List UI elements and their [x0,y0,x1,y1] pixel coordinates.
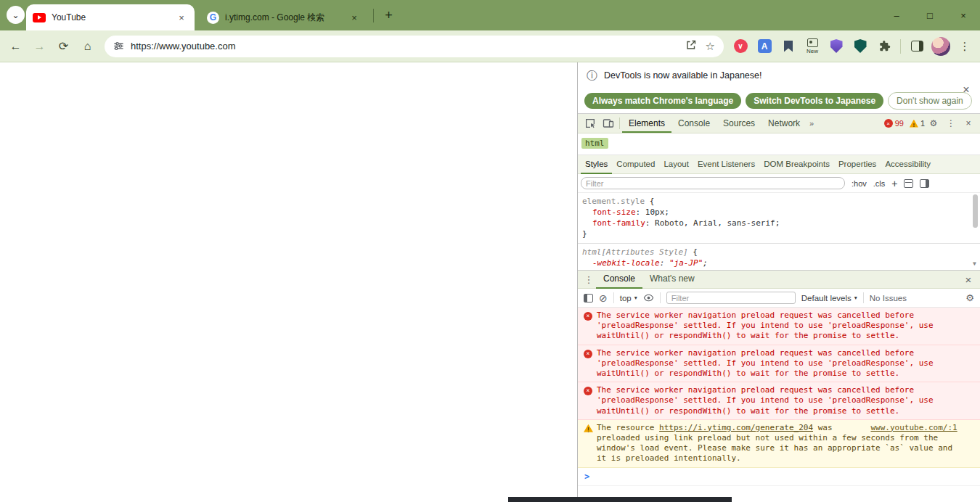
tab-youtube[interactable]: YouTube × [26,4,195,30]
devtools-tab-sources[interactable]: Sources [716,114,761,133]
levels-label: Default levels [801,294,852,303]
console-settings-icon[interactable]: ⚙ [965,292,974,303]
devtools-settings-icon[interactable]: ⚙ [925,115,942,132]
more-tabs-icon[interactable]: » [807,119,817,128]
pocket-extension-icon[interactable]: ∨ [730,33,751,59]
issues-counter[interactable]: No Issues [870,294,907,303]
new-feature-extension-icon[interactable]: New [801,33,823,59]
live-expression-eye-icon[interactable] [643,292,654,303]
css-property-value[interactable]: "ja-JP" [669,258,708,268]
switch-japanese-button[interactable]: Switch DevTools to Japanese [746,93,883,109]
error-count-badge[interactable]: 99 [884,119,904,128]
scrollbar-thumb[interactable] [973,194,978,228]
chevron-down-icon: ▾ [854,295,857,301]
forward-button[interactable]: → [28,35,51,57]
drawer-menu-icon[interactable]: ⋮ [581,274,596,285]
source-location-link[interactable]: www.youtube.com/:1 [870,423,957,433]
home-button[interactable]: ⌂ [76,35,99,57]
styles-filter-input[interactable] [581,177,845,189]
tab-accessibility[interactable]: Accessibility [881,155,935,174]
console-filter-input[interactable] [666,292,796,304]
clear-console-icon[interactable]: ⊘ [599,292,608,304]
extensions-menu-button[interactable] [873,33,895,59]
site-info-icon[interactable] [113,41,124,52]
infobar-message: DevTools is now available in Japanese! [604,70,762,81]
reload-button[interactable]: ⟳ [52,35,75,57]
styles-scrollbar[interactable]: ▼ [971,194,979,267]
infobar-close-icon[interactable]: × [959,83,973,97]
tab-close-icon[interactable]: × [175,11,188,24]
error-icon [584,312,592,321]
side-panel-button[interactable] [906,33,928,59]
element-state-icon[interactable] [904,179,913,188]
toggle-classes-button[interactable]: .cls [873,179,886,188]
issue-badges: 99 1 [884,119,925,128]
drawer-close-icon[interactable]: × [960,273,976,286]
style-rule[interactable]: html[Attributes Style] { -webkit-locale"… [582,247,968,268]
css-property-name[interactable]: font-size [592,207,645,217]
devtools-close-icon[interactable]: × [960,115,977,132]
tab-layout[interactable]: Layout [659,155,693,174]
url-text: https://www.youtube.com [131,41,685,52]
device-toolbar-icon[interactable] [599,115,617,133]
css-property-name[interactable]: font-family [592,218,655,228]
styles-sidebar-tabs: Styles Computed Layout Event Listeners D… [578,155,980,174]
brace: } [582,229,587,239]
execution-context-selector[interactable]: top ▾ [620,294,637,303]
tab-event-listeners[interactable]: Event Listeners [693,155,759,174]
devtools-tab-elements[interactable]: Elements [622,114,671,133]
inspect-element-icon[interactable] [581,115,599,133]
error-icon [884,119,893,128]
bookmark-star-icon[interactable]: ☆ [706,40,715,53]
pocket-icon: ∨ [734,39,748,53]
tab-computed[interactable]: Computed [612,155,659,174]
browser-toolbar: ← → ⟳ ⌂ https://www.youtube.com ☆ [0,30,980,62]
infobar-buttons: Always match Chrome's language Switch De… [578,89,980,113]
tab-search-button[interactable]: ⌄ [7,6,25,24]
tab-strip: ⌄ YouTube × G i.ytimg.com - Google 検索 × … [0,0,980,30]
new-tab-button[interactable]: + [380,7,398,25]
share-icon[interactable] [685,39,697,54]
tab-styles[interactable]: Styles [581,155,612,174]
warning-count-badge[interactable]: 1 [910,119,925,128]
tab-dom-breakpoints[interactable]: DOM Breakpoints [759,155,834,174]
log-levels-selector[interactable]: Default levels ▾ [801,294,857,303]
tab-close-icon[interactable]: × [348,11,361,24]
selected-dom-node[interactable]: html [581,138,608,149]
drawer-tab-console[interactable]: Console [596,270,642,289]
scroll-down-icon[interactable]: ▼ [973,260,976,267]
tab-properties[interactable]: Properties [834,155,881,174]
adblock-shield-extension-icon[interactable] [849,33,871,59]
browser-menu-button[interactable]: ⋮ [954,33,976,59]
resource-url-link[interactable]: https://i.ytimg.com/generate_204 [659,423,813,432]
style-rule[interactable]: element.style { font-size10px font-famil… [582,196,968,239]
address-bar[interactable]: https://www.youtube.com ☆ [105,36,724,57]
window-close-button[interactable]: × [947,0,980,30]
minimize-button[interactable]: – [880,0,913,30]
devtools-tab-console[interactable]: Console [671,114,716,133]
drawer-tab-whats-new[interactable]: What's new [642,270,702,289]
context-label: top [620,294,632,303]
devtools-tab-network[interactable]: Network [761,114,807,133]
css-property-value[interactable]: 10px [645,207,669,217]
console-sidebar-icon[interactable] [584,294,593,303]
toolbar-separator [660,292,661,303]
maximize-button[interactable]: □ [913,0,947,30]
new-style-rule-button[interactable]: + [891,178,897,189]
back-button[interactable]: ← [4,35,27,57]
toggle-hover-state-button[interactable]: :hov [852,179,867,188]
profile-avatar[interactable] [930,33,952,59]
css-property-name[interactable]: -webkit-locale [592,258,669,268]
privacy-shield-extension-icon[interactable] [825,33,847,59]
extensions-area: ∨ A New [730,33,976,59]
computed-sidebar-icon[interactable] [920,179,929,188]
translate-extension-icon[interactable]: A [754,33,775,59]
css-property-value[interactable]: Roboto, Arial, sans-serif [655,218,780,228]
tab-google-search[interactable]: G i.ytimg.com - Google 検索 × [200,4,367,30]
console-error-message: The service worker navigation preload re… [578,345,980,383]
devtools-menu-icon[interactable]: ⋮ [942,115,960,132]
brace: { [650,197,655,206]
bookmark-extension-icon[interactable] [777,33,799,59]
match-language-button[interactable]: Always match Chrome's language [584,93,741,109]
console-prompt[interactable]: > [578,468,980,486]
